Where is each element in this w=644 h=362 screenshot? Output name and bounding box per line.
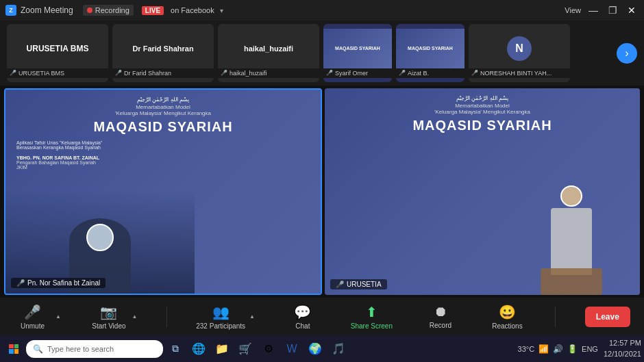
taskbar-app-settings[interactable]: ⚙ xyxy=(258,338,280,360)
facebook-label: on Facebook xyxy=(171,6,214,14)
slide-bismillah: بِسْمِ اللهِ الرَّحْمٰنِ الرَّحِيْمِ xyxy=(16,96,310,103)
participant-thumb-5: MAQASID SYARIAH xyxy=(396,29,465,68)
record-label: Record xyxy=(430,322,451,329)
task-view-button[interactable]: ⧉ xyxy=(164,338,186,360)
speaker-label-left: 🎤 Pn. Nor Safina bt Zainal xyxy=(11,278,106,288)
speaker-head-left xyxy=(86,224,114,251)
mic-icon-6: 🎤 xyxy=(471,70,478,76)
title-bar-controls: View — ❐ ✕ xyxy=(565,5,639,16)
participant-card-1[interactable]: URUSETIA BMS 🎤 URUSETIA BMS xyxy=(7,24,108,82)
speaker-figure-right xyxy=(544,185,599,295)
record-button[interactable]: ⏺ Record xyxy=(421,304,459,329)
mic-icon-5: 🎤 xyxy=(399,70,406,76)
zoom-logo-icon: Z xyxy=(5,5,16,16)
close-button[interactable]: ✕ xyxy=(625,5,639,16)
avatar-6: N xyxy=(507,36,532,61)
participant-name-bottom-3: 🎤 haikal_huzaifi xyxy=(218,68,319,78)
share-screen-label: Share Screen xyxy=(351,322,393,330)
minimize-button[interactable]: — xyxy=(586,5,600,16)
speaker-body-right xyxy=(551,208,592,275)
slide-app-label2: Berasaskan Kerangka Maqasid Syariah xyxy=(16,145,310,150)
leave-button[interactable]: Leave xyxy=(585,307,630,327)
unmute-label: Unmute xyxy=(21,322,45,330)
chat-icon: 💬 xyxy=(294,304,311,320)
system-tray: 33°C 📶 🔊 🔋 ENG xyxy=(518,344,598,354)
view-label[interactable]: View xyxy=(565,6,581,14)
participant-label-5: Aizat B. xyxy=(408,70,429,77)
mic-icon-4: 🎤 xyxy=(326,70,333,76)
unmute-button[interactable]: 🎤 Unmute xyxy=(14,304,51,330)
windows-taskbar: 🔍 Type here to search ⧉ 🌐 📁 🛒 ⚙ W 🌍 🎵 33… xyxy=(0,335,644,362)
participants-label: 232 Participants xyxy=(196,322,245,330)
explorer-icon: 📁 xyxy=(215,342,229,355)
unmute-group: 🎤 Unmute ▲ xyxy=(14,304,61,330)
participant-card-5[interactable]: MAQASID SYARIAH 🎤 Aizat B. xyxy=(396,24,465,82)
participants-group: 👥 232 Participants ▲ xyxy=(196,304,255,330)
recording-indicator xyxy=(87,8,92,13)
participants-caret[interactable]: ▲ xyxy=(249,313,255,320)
battery-icon: 🔋 xyxy=(567,344,578,354)
search-icon: 🔍 xyxy=(33,344,43,354)
slide-speaker-role: Pengarah Bahagian Maqasid Syariah xyxy=(16,160,310,165)
search-input[interactable]: Type here to search xyxy=(47,345,114,353)
participant-card-4[interactable]: MAQASID SYARIAH 🎤 Syarif Omer xyxy=(323,24,392,82)
taskbar-search[interactable]: 🔍 Type here to search xyxy=(26,340,163,358)
start-button[interactable] xyxy=(3,338,25,360)
store-icon: 🛒 xyxy=(238,342,252,355)
participant-card-6[interactable]: N 🎤 NORESHAH BINTI YAH... xyxy=(469,24,570,82)
participant-label-1: URUSETIA BMS xyxy=(18,70,64,77)
taskbar-app-word[interactable]: W xyxy=(281,338,303,360)
chat-button[interactable]: 💬 Chat xyxy=(284,304,321,330)
fb-dropdown-icon[interactable]: ▾ xyxy=(220,7,223,14)
temp-label: 33°C xyxy=(518,345,535,353)
participant-card-3[interactable]: haikal_huzaifi 🎤 haikal_huzaifi xyxy=(218,24,319,82)
clock-date: 12/10/2021 xyxy=(604,349,641,359)
divider-2 xyxy=(555,307,556,327)
speaker-head-right xyxy=(560,185,582,207)
start-video-button[interactable]: 📷 Start Video xyxy=(90,304,127,330)
mic-icon-1: 🎤 xyxy=(10,70,16,76)
recording-label: Recording xyxy=(95,6,129,14)
music-icon: 🎵 xyxy=(332,342,345,355)
network-icon: 📶 xyxy=(538,344,549,354)
start-video-group: 📷 Start Video ▲ xyxy=(90,304,137,330)
video-caret[interactable]: ▲ xyxy=(132,313,137,320)
participants-button[interactable]: 👥 232 Participants xyxy=(196,304,245,330)
system-clock: 12:57 PM 12/10/2021 xyxy=(604,338,641,359)
participants-icon: 👥 xyxy=(212,304,230,320)
participant-label-2: Dr Farid Shahran xyxy=(124,70,171,77)
share-screen-button[interactable]: ⬆ Share Screen xyxy=(351,304,393,330)
mic-icon-3: 🎤 xyxy=(221,70,227,76)
taskbar-app-edge[interactable]: 🌐 xyxy=(188,338,210,360)
participant-name-3: haikal_huzaifi xyxy=(241,44,296,53)
taskbar-app-store[interactable]: 🛒 xyxy=(234,338,256,360)
task-view-icon: ⧉ xyxy=(172,343,179,354)
participant-name-2: Dr Farid Shahran xyxy=(129,44,196,53)
taskbar-app-music[interactable]: 🎵 xyxy=(327,338,349,360)
main-video-area: بِسْمِ اللهِ الرَّحْمٰنِ الرَّحِيْمِ Mem… xyxy=(0,86,644,298)
unmute-caret[interactable]: ▲ xyxy=(55,313,61,320)
unmute-icon: 🎤 xyxy=(24,304,41,320)
participant-card-2[interactable]: Dr Farid Shahran 🎤 Dr Farid Shahran xyxy=(112,24,214,82)
chat-label: Chat xyxy=(295,322,310,330)
browser2-icon: 🌍 xyxy=(308,342,322,355)
participant-name-bottom-2: 🎤 Dr Farid Shahran xyxy=(112,68,214,78)
live-badge: LIVE xyxy=(142,6,164,15)
reactions-button[interactable]: 😀 Reactions xyxy=(488,304,526,330)
participant-label-4: Syarif Omer xyxy=(335,70,368,77)
start-video-label: Start Video xyxy=(92,322,125,330)
taskbar-app-browser2[interactable]: 🌍 xyxy=(304,338,326,360)
taskbar-app-explorer[interactable]: 📁 xyxy=(211,338,233,360)
speaker-label-right: 🎤 URUSETIA xyxy=(330,279,387,289)
next-participants-button[interactable]: › xyxy=(617,43,637,64)
mic-icon-speaker-left: 🎤 xyxy=(16,279,25,287)
toolbar: 🎤 Unmute ▲ 📷 Start Video ▲ 👥 232 Partici… xyxy=(0,298,644,335)
maximize-button[interactable]: ❐ xyxy=(606,5,619,16)
podium-right xyxy=(541,268,602,295)
slide-model-label-right: Memartabatkan Model xyxy=(336,103,629,109)
participant-thumb-6: N xyxy=(469,29,570,68)
reactions-label: Reactions xyxy=(492,322,522,330)
participant-thumb-1: URUSETIA BMS xyxy=(7,29,108,68)
record-icon: ⏺ xyxy=(434,304,447,320)
video-panel-left: بِسْمِ اللهِ الرَّحْمٰنِ الرَّحِيْمِ Mem… xyxy=(4,88,322,295)
